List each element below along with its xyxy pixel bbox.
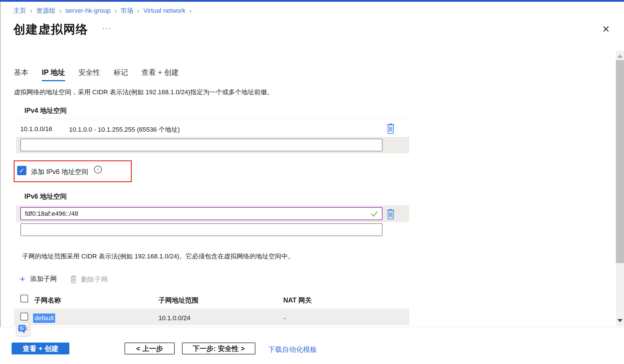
previous-button[interactable]: < 上一步 — [125, 343, 175, 354]
translate-char: 文 — [24, 325, 29, 332]
delete-subnet-label: 删除子网 — [81, 275, 108, 284]
next-security-button[interactable]: 下一步: 安全性 > — [182, 343, 255, 354]
tab-security[interactable]: 安全性 — [78, 68, 100, 81]
scrollbar-down-arrow[interactable] — [617, 319, 623, 322]
table-row[interactable] — [14, 308, 409, 325]
chevron-right-icon: › — [30, 8, 32, 14]
tab-tags[interactable]: 标记 — [113, 68, 128, 81]
chevron-right-icon: › — [114, 8, 116, 14]
add-subnet-label: 添加子网 — [30, 274, 57, 283]
subnet-description: 子网的地址范围采用 CIDR 表示法(例如 192.168.1.0/24)。它必… — [22, 252, 294, 261]
delete-subnet-button[interactable]: 删除子网 — [70, 275, 108, 284]
breadcrumb-home[interactable]: 主页 — [13, 6, 26, 15]
breadcrumb-virtual-network[interactable]: Virtual network — [143, 7, 185, 15]
breadcrumb-resource-groups[interactable]: 资源组 — [36, 6, 55, 15]
ipv6-address-value: fdf0:18af:e496::/48 — [25, 210, 78, 218]
chevron-right-icon: › — [59, 8, 62, 14]
ipv6-section-title: IPv6 地址空间 — [24, 192, 67, 201]
trash-icon — [70, 275, 77, 284]
subnet-name-value[interactable]: default — [33, 314, 55, 323]
column-header-subnet-name: 子网名称 — [34, 296, 61, 305]
add-ipv6-label: 添加 IPv6 地址空间 — [31, 167, 88, 176]
scrollbar-thumb[interactable] — [616, 60, 624, 263]
scrollbar-up-arrow[interactable] — [617, 55, 623, 58]
panel-left-border — [0, 2, 1, 327]
window-top-edge — [0, 0, 624, 2]
delete-ipv6-address-icon[interactable] — [385, 208, 397, 220]
close-icon[interactable]: ✕ — [600, 23, 612, 35]
ipv4-range-value: 10.1.0.0 - 10.1.255.255 (65536 个地址) — [69, 125, 180, 134]
select-all-subnets-checkbox[interactable] — [20, 295, 28, 303]
translate-g-letter: G — [20, 326, 24, 331]
valid-check-icon — [370, 210, 378, 218]
tab-ip-addresses[interactable]: IP 地址 — [42, 68, 65, 81]
checkmark-icon: ✓ — [19, 167, 24, 174]
ipv6-address-input[interactable]: fdf0:18af:e496::/48 — [20, 207, 383, 220]
add-ipv6-checkbox[interactable]: ✓ — [17, 166, 26, 175]
breadcrumb-marketplace[interactable]: 市场 — [120, 6, 133, 15]
more-options-icon[interactable]: ··· — [102, 24, 112, 33]
column-header-nat-gateway: NAT 网关 — [283, 296, 312, 305]
subnet-nat-value: - — [284, 314, 286, 322]
review-create-button[interactable]: 查看 + 创建 — [12, 343, 69, 354]
new-ipv6-address-input[interactable] — [20, 223, 383, 236]
chevron-right-icon: › — [137, 8, 139, 14]
tab-review-create[interactable]: 查看 + 创建 — [141, 68, 179, 81]
google-translate-icon[interactable]: G 文 — [16, 323, 30, 336]
subnet-row-checkbox[interactable] — [20, 313, 28, 320]
breadcrumb: 主页 › 资源组 › server-hk-group › 市场 › Virtua… — [13, 6, 192, 15]
page-title: 创建虚拟网络 — [13, 21, 88, 37]
subnet-range-value: 10.1.0.0/24 — [158, 314, 190, 322]
chevron-right-icon: › — [190, 8, 192, 14]
info-icon[interactable]: i — [94, 166, 102, 173]
ipv4-section-title: IPv4 地址空间 — [24, 106, 67, 115]
ipv4-cidr-value: 10.1.0.0/16 — [20, 125, 52, 133]
add-subnet-button[interactable]: + 添加子网 — [20, 274, 57, 283]
create-virtual-network-page: 主页 › 资源组 › server-hk-group › 市场 › Virtua… — [0, 0, 624, 364]
column-header-subnet-range: 子网地址范围 — [158, 296, 199, 305]
address-space-description: 虚拟网络的地址空间，采用 CIDR 表示法(例如 192.168.1.0/24)… — [14, 88, 273, 97]
breadcrumb-server-hk-group[interactable]: server-hk-group — [65, 7, 110, 15]
tab-basics[interactable]: 基本 — [14, 68, 28, 81]
new-ipv4-address-input[interactable] — [20, 139, 383, 151]
delete-ipv4-address-icon[interactable] — [385, 123, 397, 135]
tab-bar: 基本 IP 地址 安全性 标记 查看 + 创建 — [14, 68, 179, 81]
footer-divider — [0, 327, 624, 327]
plus-icon: + — [20, 275, 25, 283]
download-template-link[interactable]: 下载自动化模板 — [268, 345, 317, 354]
divider — [14, 119, 409, 119]
